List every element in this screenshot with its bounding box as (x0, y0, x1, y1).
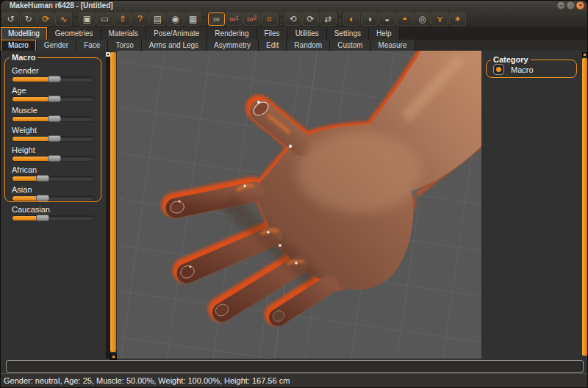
slider-track[interactable] (12, 136, 94, 142)
close-button[interactable]: × (576, 1, 584, 10)
slider-label: Height (12, 146, 94, 154)
tab-modelling[interactable]: Modelling (1, 27, 48, 40)
progress-bar (6, 360, 584, 373)
slider-muscle: Muscle (12, 106, 94, 122)
category-groupbox: Category Macro (486, 60, 577, 78)
back-view-icon[interactable]: ◑ (361, 12, 378, 26)
toolbar-separator (339, 12, 341, 26)
load-file-icon[interactable]: ▭ (96, 12, 113, 26)
tab-geometries[interactable]: Geometries (48, 27, 101, 40)
slider-handle[interactable] (48, 155, 61, 162)
titlebar[interactable]: MakeHuman r6428 - [Untitled] –▫× (1, 1, 587, 11)
tab-materials[interactable]: Materials (101, 27, 147, 40)
right-panel-scrollbar[interactable] (582, 58, 587, 356)
slider-track[interactable] (12, 96, 94, 102)
status-bar: Gender: neutral, Age: 25, Muscle: 50.00%… (1, 373, 587, 387)
slider-label: Muscle (12, 106, 94, 115)
slider-height: Height (12, 146, 94, 162)
wireframe-icon[interactable]: ⌗ (261, 12, 278, 26)
slider-handle[interactable] (36, 195, 49, 201)
rotate-left-icon[interactable]: ⟲ (284, 12, 301, 26)
slider-label: Caucasian (12, 205, 94, 214)
subtab-macro[interactable]: Macro (1, 40, 37, 51)
subtab-random[interactable]: Random (287, 40, 330, 51)
anaglyph-1-icon[interactable]: ∞¹ (226, 12, 243, 26)
slider-handle[interactable] (36, 175, 49, 182)
toolbar-separator (204, 12, 206, 26)
viewport-left-scroll-button[interactable] (110, 353, 117, 360)
flip-view-icon[interactable]: ⇄ (320, 12, 337, 26)
status-text: Gender: neutral, Age: 25, Muscle: 50.00%… (4, 376, 290, 385)
left-view-icon[interactable]: ◒ (379, 12, 395, 26)
render-icon[interactable]: ▦ (184, 12, 201, 26)
slider-asian: Asian (12, 185, 94, 201)
slider-caucasian: Caucasian (12, 205, 94, 221)
slider-label: African (12, 165, 94, 174)
slider-track[interactable] (12, 116, 94, 122)
slider-track[interactable] (12, 156, 94, 162)
slider-track[interactable] (12, 176, 94, 182)
undo-icon[interactable]: ↺ (2, 12, 19, 26)
smooth-shading-icon[interactable]: ∞ (208, 12, 225, 26)
subtab-gender[interactable]: Gender (37, 40, 76, 51)
save-file-icon[interactable]: ▣ (79, 12, 96, 26)
export-file-icon[interactable]: ⇑ (114, 12, 131, 26)
subtab-edit[interactable]: Edit (259, 40, 287, 51)
right-view-icon[interactable]: ◓ (396, 12, 413, 26)
subtab-torso[interactable]: Torso (108, 40, 141, 51)
reset-model-icon[interactable]: ⟳ (37, 12, 54, 26)
reset-pose-icon[interactable]: ✶ (449, 12, 466, 26)
slider-track[interactable] (12, 195, 94, 201)
slider-track[interactable] (12, 215, 94, 221)
slider-track[interactable] (12, 76, 94, 82)
help-icon[interactable]: ? (132, 12, 148, 26)
front-view-icon[interactable]: ◐ (343, 12, 360, 26)
slider-label: Weight (12, 126, 94, 134)
anaglyph-2-icon[interactable]: ∞² (243, 12, 260, 26)
tab-settings[interactable]: Settings (327, 27, 369, 40)
grab-screenshot-icon[interactable]: ◉ (167, 12, 184, 26)
slider-gender: Gender (12, 66, 94, 82)
viewport-3d[interactable] (117, 51, 481, 359)
slider-weight: Weight (12, 126, 94, 142)
slider-african: African (12, 165, 94, 182)
subtab-arms-and-legs[interactable]: Arms and Legs (142, 40, 207, 51)
viewport-left-scrollbar[interactable] (110, 52, 116, 352)
tab-files[interactable]: Files (257, 27, 288, 40)
save-render-icon[interactable]: ▤ (149, 12, 166, 26)
subtab-asymmetry[interactable]: Asymmetry (207, 40, 259, 51)
toolbar-separator (280, 12, 282, 26)
main-tab-row: ModellingGeometriesMaterialsPose/Animate… (1, 27, 587, 40)
symmetry-icon[interactable]: ⋎ (431, 12, 448, 26)
minimize-button[interactable]: – (557, 1, 565, 10)
slider-handle[interactable] (48, 96, 61, 102)
redo-icon[interactable]: ↻ (20, 12, 37, 26)
tab-pose-animate[interactable]: Pose/Animate (146, 27, 207, 40)
subtab-custom[interactable]: Custom (330, 40, 370, 51)
radio-label: Macro (511, 65, 534, 74)
rotate-right-icon[interactable]: ⟳ (302, 12, 319, 26)
sub-tab-row: MacroGenderFaceTorsoArms and LegsAsymmet… (1, 40, 587, 51)
modelling-curve-icon[interactable]: ∿ (55, 12, 72, 26)
slider-label: Asian (12, 185, 94, 194)
slider-handle[interactable] (48, 76, 61, 82)
toolbar: ↺↻⟳∿▣▭⇑?▤◉▦∞∞¹∞²⌗⟲⟳⇄◐◑◒◓◎⋎✶ (1, 11, 587, 27)
macro-groupbox-title: Macro (10, 53, 37, 62)
toolbar-separator (74, 12, 76, 26)
slider-handle[interactable] (48, 135, 61, 142)
right-panel-scroll-button[interactable] (582, 52, 587, 57)
makehuman-window: MakeHuman r6428 - [Untitled] –▫× ↺↻⟳∿▣▭⇑… (0, 0, 588, 388)
tab-utilities[interactable]: Utilities (288, 27, 327, 40)
maximize-button[interactable]: ▫ (567, 1, 575, 10)
top-view-icon[interactable]: ◎ (414, 12, 431, 26)
tab-help[interactable]: Help (369, 27, 400, 40)
slider-handle[interactable] (36, 215, 49, 221)
slider-label: Gender (12, 66, 94, 75)
hand-model (117, 51, 481, 359)
tab-rendering[interactable]: Rendering (207, 27, 257, 40)
subtab-measure[interactable]: Measure (371, 40, 415, 51)
macro-sliders: GenderAgeMuscleWeightHeightAfricanAsianC… (5, 58, 101, 221)
subtab-face[interactable]: Face (76, 40, 108, 51)
slider-handle[interactable] (48, 115, 61, 122)
radio-icon (493, 64, 504, 75)
